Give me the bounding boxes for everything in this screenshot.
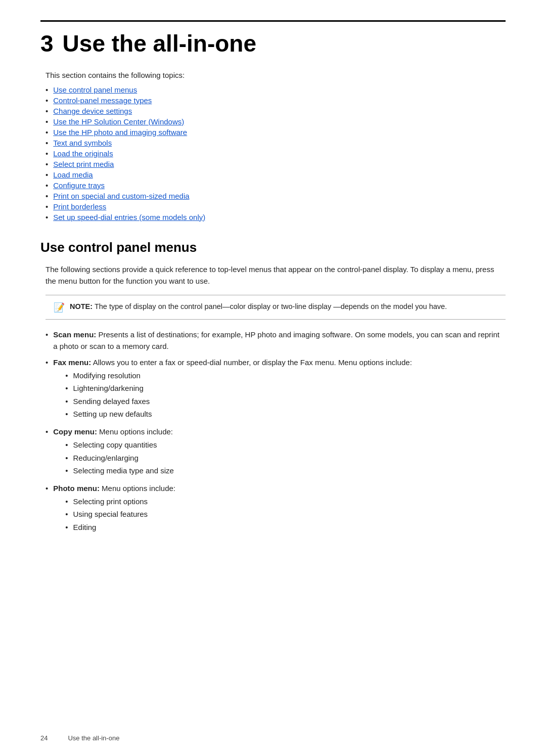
toc-link-hp-photo-imaging[interactable]: Use the HP photo and imaging software (53, 128, 187, 137)
toc-link-text-symbols[interactable]: Text and symbols (53, 139, 112, 147)
toc-link-hp-solution-center[interactable]: Use the HP Solution Center (Windows) (53, 117, 184, 126)
toc-item: Print on special and custom-sized media (46, 192, 506, 200)
fax-menu-text: Allows you to enter a fax or speed-dial … (93, 358, 412, 367)
photo-sub-item: Editing (65, 522, 175, 533)
photo-menu-term: Photo menu: (53, 484, 100, 493)
toc-link-load-originals[interactable]: Load the originals (53, 149, 113, 158)
copy-sub-text: Reducing/enlarging (73, 453, 139, 464)
toc-item: Print borderless (46, 202, 506, 211)
toc-link-select-print-media[interactable]: Select print media (53, 160, 114, 168)
toc-link-load-media[interactable]: Load media (53, 170, 93, 179)
scan-menu-text: Presents a list of destinations; for exa… (53, 330, 499, 350)
bullet-fax-menu: Fax menu: Allows you to enter a fax or s… (46, 357, 506, 422)
photo-sub-item: Using special features (65, 509, 175, 520)
scan-menu-term: Scan menu: (53, 330, 96, 339)
footer-page-number: 24 (40, 734, 48, 742)
bullet-scan-menu: Scan menu: Presents a list of destinatio… (46, 329, 506, 352)
fax-sub-item: Sending delayed faxes (65, 396, 412, 408)
fax-sub-text: Lightening/darkening (73, 383, 144, 394)
toc-item: Use control panel menus (46, 85, 506, 94)
toc-item: Use the HP Solution Center (Windows) (46, 117, 506, 126)
photo-sub-list: Selecting print options Using special fe… (65, 496, 175, 533)
fax-sub-item: Modifying resolution (65, 370, 412, 382)
intro-text: This section contains the following topi… (46, 71, 506, 79)
bullet-content: Photo menu: Menu options include: Select… (53, 482, 175, 535)
bullet-content: Fax menu: Allows you to enter a fax or s… (53, 357, 412, 422)
fax-sub-list: Modifying resolution Lightening/darkenin… (65, 370, 412, 420)
toc-item: Load the originals (46, 149, 506, 158)
toc-item: Control-panel message types (46, 96, 506, 105)
chapter-title: 3Use the all-in-one (40, 31, 506, 57)
toc-link-print-borderless[interactable]: Print borderless (53, 202, 106, 211)
chapter-title-text: Use the all-in-one (63, 30, 256, 57)
toc-link-configure-trays[interactable]: Configure trays (53, 181, 105, 190)
note-icon: 📝 (54, 302, 65, 313)
toc-link-print-special-media[interactable]: Print on special and custom-sized media (53, 192, 189, 200)
fax-sub-item: Lightening/darkening (65, 383, 412, 394)
photo-menu-text: Menu options include: (102, 484, 175, 493)
bullet-copy-menu: Copy menu: Menu options include: Selecti… (46, 426, 506, 478)
bullet-photo-menu: Photo menu: Menu options include: Select… (46, 482, 506, 535)
note-label: NOTE: (70, 302, 93, 310)
toc-link-speed-dial[interactable]: Set up speed-dial entries (some models o… (53, 213, 205, 221)
copy-sub-item: Selecting copy quantities (65, 439, 174, 451)
fax-sub-text: Modifying resolution (73, 370, 141, 382)
bullet-content: Scan menu: Presents a list of destinatio… (53, 329, 506, 352)
page-footer: 24 Use the all-in-one (40, 734, 506, 742)
bullet-content: Copy menu: Menu options include: Selecti… (53, 426, 174, 478)
toc-link-control-panel-messages[interactable]: Control-panel message types (53, 96, 152, 105)
copy-sub-item: Selecting media type and size (65, 465, 174, 477)
toc-item: Text and symbols (46, 139, 506, 147)
footer-chapter-label: Use the all-in-one (68, 734, 119, 742)
toc-item: Configure trays (46, 181, 506, 190)
section1-intro: The following sections provide a quick r… (46, 263, 506, 287)
section1-bullets: Scan menu: Presents a list of destinatio… (46, 329, 506, 535)
note-content: The type of display on the control panel… (95, 302, 447, 310)
note-box: 📝 NOTE: The type of display on the contr… (46, 295, 506, 320)
copy-sub-text: Selecting media type and size (73, 465, 174, 477)
photo-sub-text: Using special features (73, 509, 148, 520)
chapter-number: 3 (40, 30, 54, 57)
fax-sub-text: Sending delayed faxes (73, 396, 150, 408)
copy-menu-term: Copy menu: (53, 427, 97, 436)
toc-item: Load media (46, 170, 506, 179)
toc-item: Set up speed-dial entries (some models o… (46, 213, 506, 221)
section1-title: Use control panel menus (40, 240, 506, 255)
toc-item: Select print media (46, 160, 506, 168)
photo-sub-text: Selecting print options (73, 496, 148, 508)
note-text: NOTE: The type of display on the control… (70, 301, 447, 313)
toc-link-change-device-settings[interactable]: Change device settings (53, 107, 132, 115)
copy-sub-list: Selecting copy quantities Reducing/enlar… (65, 439, 174, 477)
toc-item: Use the HP photo and imaging software (46, 128, 506, 137)
toc-link-control-panel-menus[interactable]: Use control panel menus (53, 85, 137, 94)
toc-list: Use control panel menus Control-panel me… (46, 85, 506, 221)
photo-sub-text: Editing (73, 522, 97, 533)
fax-menu-term: Fax menu: (53, 358, 91, 367)
photo-sub-item: Selecting print options (65, 496, 175, 508)
chapter-header: 3Use the all-in-one (40, 20, 506, 57)
copy-sub-text: Selecting copy quantities (73, 439, 157, 451)
copy-menu-text: Menu options include: (99, 427, 173, 436)
fax-sub-item: Setting up new defaults (65, 409, 412, 420)
toc-item: Change device settings (46, 107, 506, 115)
copy-sub-item: Reducing/enlarging (65, 453, 174, 464)
fax-sub-text: Setting up new defaults (73, 409, 152, 420)
